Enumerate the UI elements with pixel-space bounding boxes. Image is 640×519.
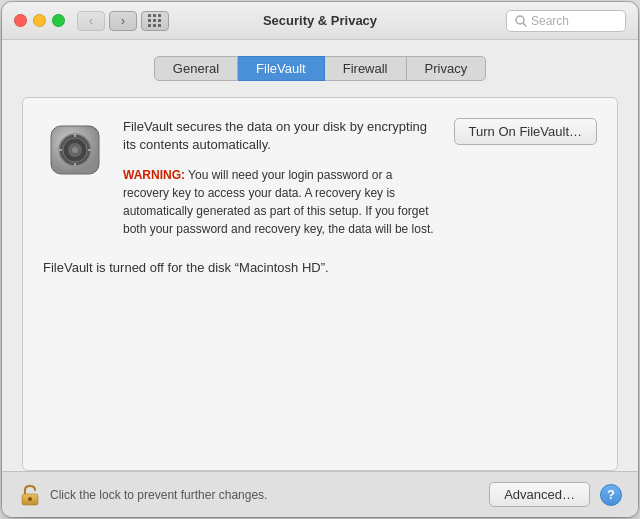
- svg-point-0: [516, 16, 524, 24]
- svg-line-1: [524, 23, 527, 26]
- grid-button[interactable]: [141, 11, 169, 31]
- nav-buttons: ‹ ›: [77, 11, 137, 31]
- filevault-icon: [43, 118, 107, 182]
- back-button[interactable]: ‹: [77, 11, 105, 31]
- filevault-panel: FileVault secures the data on your disk …: [22, 97, 618, 471]
- search-icon: [515, 15, 527, 27]
- help-button[interactable]: ?: [600, 484, 622, 506]
- lock-label: Click the lock to prevent further change…: [50, 488, 267, 502]
- main-window: ‹ › Security & Privacy Search: [2, 2, 638, 517]
- lock-icon: [18, 483, 42, 507]
- lock-area[interactable]: Click the lock to prevent further change…: [18, 483, 267, 507]
- tab-filevault[interactable]: FileVault: [238, 56, 325, 81]
- forward-icon: ›: [121, 14, 125, 28]
- filevault-description: FileVault secures the data on your disk …: [123, 118, 438, 154]
- maximize-button[interactable]: [52, 14, 65, 27]
- traffic-lights: [14, 14, 65, 27]
- back-icon: ‹: [89, 14, 93, 28]
- tab-general[interactable]: General: [154, 56, 238, 81]
- window-title: Security & Privacy: [263, 13, 377, 28]
- advanced-button[interactable]: Advanced…: [489, 482, 590, 507]
- filevault-status: FileVault is turned off for the disk “Ma…: [43, 260, 597, 275]
- svg-point-12: [28, 497, 32, 501]
- tab-firewall[interactable]: Firewall: [325, 56, 407, 81]
- tab-privacy[interactable]: Privacy: [407, 56, 487, 81]
- panel-description-area: FileVault secures the data on your disk …: [123, 118, 438, 238]
- bottom-bar: Click the lock to prevent further change…: [2, 471, 638, 517]
- content-area: General FileVault Firewall Privacy: [2, 40, 638, 471]
- tab-bar: General FileVault Firewall Privacy: [22, 56, 618, 81]
- search-box[interactable]: Search: [506, 10, 626, 32]
- grid-icon: [148, 14, 162, 28]
- minimize-button[interactable]: [33, 14, 46, 27]
- warning-label: WARNING:: [123, 168, 185, 182]
- forward-button[interactable]: ›: [109, 11, 137, 31]
- titlebar: ‹ › Security & Privacy Search: [2, 2, 638, 40]
- panel-top: FileVault secures the data on your disk …: [43, 118, 597, 238]
- turn-on-filevault-button[interactable]: Turn On FileVault…: [454, 118, 597, 145]
- vault-icon-svg: [43, 118, 107, 182]
- bottom-right-actions: Advanced… ?: [489, 482, 622, 507]
- svg-point-6: [72, 147, 78, 153]
- warning-text: WARNING: You will need your login passwo…: [123, 166, 438, 238]
- search-placeholder: Search: [531, 14, 569, 28]
- close-button[interactable]: [14, 14, 27, 27]
